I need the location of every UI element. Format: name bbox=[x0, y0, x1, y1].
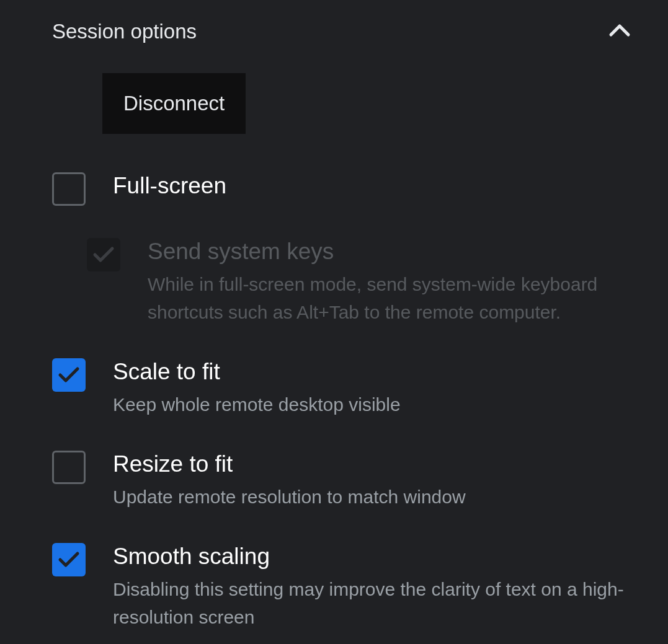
option-resize-to-fit[interactable]: Resize to fit Update remote resolution t… bbox=[0, 449, 668, 511]
session-options-header: Session options bbox=[0, 20, 668, 43]
check-icon bbox=[58, 551, 80, 568]
disconnect-button[interactable]: Disconnect bbox=[102, 73, 246, 134]
chevron-up-icon[interactable] bbox=[608, 24, 631, 40]
option-label-scale-to-fit: Scale to fit bbox=[113, 357, 643, 387]
checkbox-resize-to-fit[interactable] bbox=[52, 451, 86, 484]
checkbox-fullscreen[interactable] bbox=[52, 172, 86, 206]
option-text-send-system-keys: Send system keys While in full-screen mo… bbox=[148, 237, 643, 326]
option-description-smooth-scaling: Disabling this setting may improve the c… bbox=[113, 575, 643, 631]
option-text-resize-to-fit: Resize to fit Update remote resolution t… bbox=[113, 449, 643, 511]
option-label-fullscreen: Full-screen bbox=[113, 171, 643, 201]
option-label-resize-to-fit: Resize to fit bbox=[113, 449, 643, 479]
checkbox-send-system-keys bbox=[87, 238, 120, 271]
option-description-send-system-keys: While in full-screen mode, send system-w… bbox=[148, 270, 643, 326]
option-label-smooth-scaling: Smooth scaling bbox=[113, 542, 643, 571]
option-text-smooth-scaling: Smooth scaling Disabling this setting ma… bbox=[113, 542, 643, 631]
check-icon bbox=[58, 366, 80, 384]
check-icon bbox=[92, 246, 115, 263]
option-text-fullscreen: Full-screen bbox=[113, 171, 643, 203]
option-smooth-scaling[interactable]: Smooth scaling Disabling this setting ma… bbox=[0, 542, 668, 631]
option-fullscreen[interactable]: Full-screen bbox=[0, 171, 668, 206]
option-description-resize-to-fit: Update remote resolution to match window bbox=[113, 483, 643, 511]
section-title: Session options bbox=[52, 20, 197, 43]
option-send-system-keys: Send system keys While in full-screen mo… bbox=[0, 237, 668, 326]
disconnect-wrapper: Disconnect bbox=[0, 73, 668, 134]
option-scale-to-fit[interactable]: Scale to fit Keep whole remote desktop v… bbox=[0, 357, 668, 418]
option-text-scale-to-fit: Scale to fit Keep whole remote desktop v… bbox=[113, 357, 643, 418]
option-description-scale-to-fit: Keep whole remote desktop visible bbox=[113, 390, 643, 418]
checkbox-scale-to-fit[interactable] bbox=[52, 358, 86, 392]
checkbox-smooth-scaling[interactable] bbox=[52, 543, 86, 576]
option-label-send-system-keys: Send system keys bbox=[148, 237, 643, 267]
